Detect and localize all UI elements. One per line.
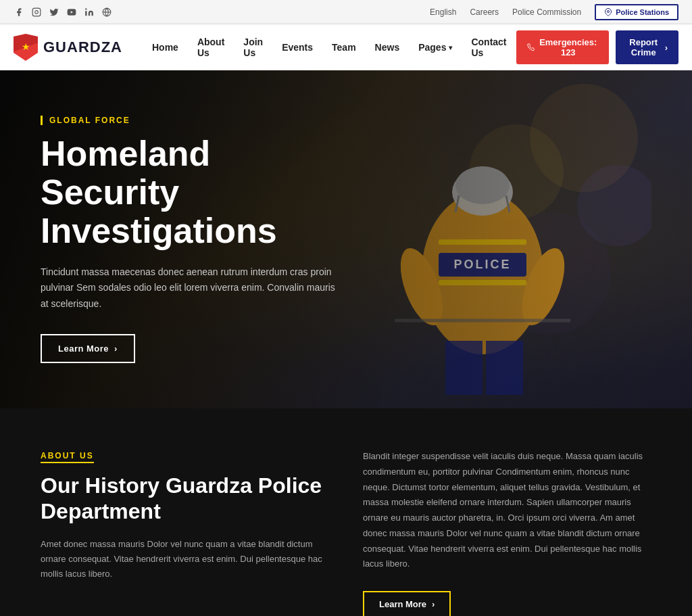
pages-chevron-icon: ▾ [449, 44, 452, 51]
top-bar: English Careers Police Commission Police… [0, 0, 692, 24]
nav-joinus[interactable]: Join Us [234, 24, 272, 70]
hero-tag: Global Force [41, 116, 338, 125]
about-left-column: About Us Our History Guardza Police Depa… [41, 449, 329, 582]
nav-events[interactable]: Events [272, 24, 322, 70]
language-selector[interactable]: English [430, 7, 456, 17]
hero-learn-more-button[interactable]: Learn More › [41, 334, 135, 363]
report-crime-button[interactable]: Report Crime › [616, 30, 678, 64]
about-left-description: Amet donec massa mauris Dolor vel nunc q… [41, 537, 329, 582]
report-chevron-icon: › [665, 43, 668, 53]
police-commission-link[interactable]: Police Commission [512, 7, 581, 17]
nav-about[interactable]: About Us [188, 24, 234, 70]
about-right-column: Blandit integer suspendisse velit iaculi… [363, 449, 651, 616]
emergency-button[interactable]: Emergencies: 123 [516, 30, 609, 64]
hero-content: Global Force Homeland Security Investiga… [0, 116, 378, 363]
logo-text: GUARDZA [43, 39, 122, 56]
hero-title: Homeland Security Investigations [41, 135, 338, 251]
globe-icon[interactable] [101, 7, 112, 18]
logo[interactable]: GUARDZA [14, 34, 122, 61]
careers-link[interactable]: Careers [470, 7, 499, 17]
facebook-icon[interactable] [14, 7, 24, 18]
hero-section: POLICE Global Force Homeland Security In… [0, 70, 692, 408]
nav-links: Home About Us Join Us Events Team News P… [143, 24, 516, 70]
about-learn-more-button[interactable]: Learn More › [363, 591, 451, 616]
nav-contact[interactable]: Contact Us [462, 24, 516, 70]
about-section: About Us Our History Guardza Police Depa… [0, 408, 692, 616]
svg-point-7 [608, 10, 610, 12]
nav-pages[interactable]: Pages ▾ [409, 24, 462, 70]
svg-point-4 [85, 8, 86, 9]
top-bar-right: English Careers Police Commission Police… [430, 4, 678, 20]
navbar: GUARDZA Home About Us Join Us Events Tea… [0, 24, 692, 70]
report-label: Report Crime [626, 37, 661, 57]
about-section-tag: About Us [41, 451, 94, 463]
about-arrow-icon: › [432, 599, 435, 609]
youtube-icon[interactable] [66, 7, 77, 18]
logo-icon [14, 34, 38, 61]
hero-description: Tincidunt massa maecenas donec aenean ru… [41, 264, 338, 312]
about-title: Our History Guardza Police Department [41, 473, 329, 525]
twitter-icon[interactable] [49, 7, 59, 18]
svg-rect-0 [32, 8, 41, 16]
nav-home[interactable]: Home [143, 24, 188, 70]
about-right-description: Blandit integer suspendisse velit iaculi… [363, 449, 651, 572]
emergency-label: Emergencies: 123 [539, 37, 598, 57]
social-links [14, 7, 112, 18]
svg-rect-3 [85, 11, 86, 16]
linkedin-icon[interactable] [84, 7, 95, 18]
instagram-icon[interactable] [31, 7, 42, 18]
hero-arrow-icon: › [114, 343, 118, 354]
nav-actions: Emergencies: 123 Report Crime › [516, 30, 678, 64]
police-stations-button[interactable]: Police Stations [595, 4, 678, 20]
nav-team[interactable]: Team [322, 24, 366, 70]
nav-news[interactable]: News [366, 24, 410, 70]
